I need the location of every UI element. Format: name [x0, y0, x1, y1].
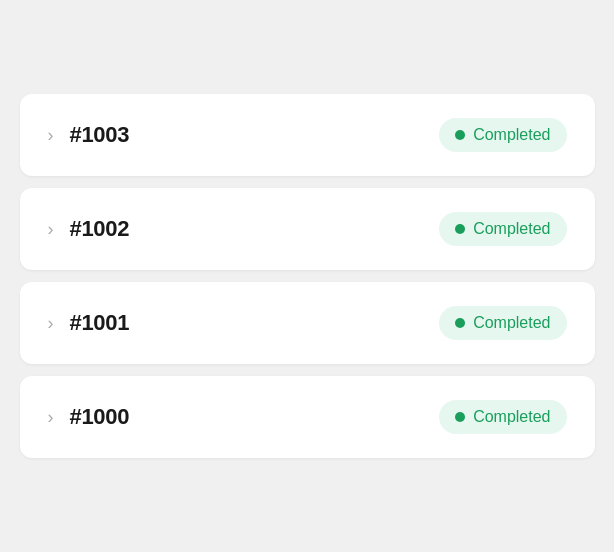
order-id: #1000	[70, 404, 130, 430]
status-dot-icon	[455, 412, 465, 422]
chevron-right-icon: ›	[48, 314, 54, 332]
list-item[interactable]: › #1002 Completed	[20, 188, 595, 270]
status-badge: Completed	[439, 400, 566, 434]
order-id: #1002	[70, 216, 130, 242]
list-item[interactable]: › #1003 Completed	[20, 94, 595, 176]
status-dot-icon	[455, 130, 465, 140]
order-id: #1003	[70, 122, 130, 148]
chevron-right-icon: ›	[48, 220, 54, 238]
status-dot-icon	[455, 224, 465, 234]
item-left: › #1003	[48, 122, 130, 148]
status-label: Completed	[473, 314, 550, 332]
status-label: Completed	[473, 126, 550, 144]
status-label: Completed	[473, 220, 550, 238]
status-badge: Completed	[439, 118, 566, 152]
item-left: › #1002	[48, 216, 130, 242]
list-item[interactable]: › #1001 Completed	[20, 282, 595, 364]
chevron-right-icon: ›	[48, 126, 54, 144]
status-label: Completed	[473, 408, 550, 426]
item-left: › #1001	[48, 310, 130, 336]
status-badge: Completed	[439, 212, 566, 246]
chevron-right-icon: ›	[48, 408, 54, 426]
item-left: › #1000	[48, 404, 130, 430]
status-badge: Completed	[439, 306, 566, 340]
list-item[interactable]: › #1000 Completed	[20, 376, 595, 458]
order-id: #1001	[70, 310, 130, 336]
status-dot-icon	[455, 318, 465, 328]
